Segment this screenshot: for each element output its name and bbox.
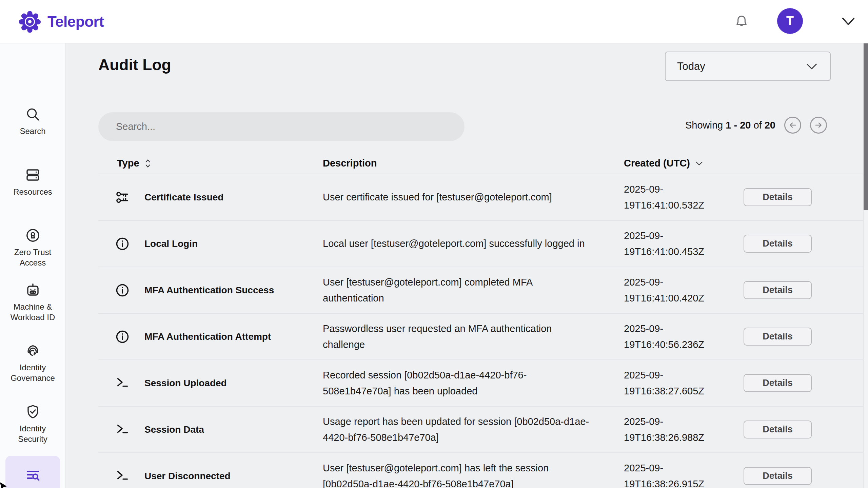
mouse-cursor [0,482,9,488]
sidebar-item-resources[interactable]: Resources [0,167,65,197]
notifications-bell-icon[interactable] [734,14,749,30]
event-description: Passwordless user requested an MFA authe… [323,321,591,353]
event-type-label: MFA Authentication Attempt [144,331,271,342]
details-button[interactable]: Details [744,467,812,485]
vertical-scrollbar[interactable] [863,43,868,488]
details-button[interactable]: Details [744,188,812,206]
table-row: Certificate Issued User certificate issu… [98,174,868,221]
certificate-keys-icon [115,190,130,205]
table-row: Local Login Local user [testuser@gotelep… [98,221,868,267]
column-header-description[interactable]: Description [323,158,624,169]
details-button[interactable]: Details [744,235,812,253]
date-range-select[interactable]: Today [665,52,831,81]
event-type-label: Session Data [144,424,204,435]
arrow-right-icon [814,120,823,130]
event-type-label: Certificate Issued [144,192,223,203]
user-avatar[interactable]: T [777,8,803,34]
event-created: 2025-09-19T16:38:26.915Z [624,460,721,488]
sort-icon [144,158,152,169]
details-button[interactable]: Details [744,281,812,299]
info-icon [115,282,130,298]
event-created: 2025-09-19T16:41:00.532Z [624,181,721,213]
teleport-logo[interactable]: Teleport [19,11,104,33]
brand-name: Teleport [47,13,104,30]
table-row: User Disconnected User [testuser@gotelep… [98,453,868,488]
audit-events-table: Type Description Created (UTC) [98,149,868,488]
chevron-down-icon [695,161,704,166]
event-created: 2025-09-19T16:38:27.605Z [624,367,721,399]
pagination-area: Showing 1 - 20 of 20 [685,113,827,138]
details-button[interactable]: Details [744,374,812,392]
keyhole-icon [25,227,41,243]
details-button[interactable]: Details [744,328,812,346]
robot-icon [25,282,41,298]
info-icon [115,236,130,252]
event-description: Recorded session [0b02d50a-d1ae-4420-bf7… [323,367,591,399]
sidebar-item-label: Audit [23,487,42,488]
table-row: Session Uploaded Recorded session [0b02d… [98,360,868,407]
event-created: 2025-09-19T16:38:26.988Z [624,414,721,446]
sidebar-item-label: Machine & Workload ID [7,301,58,323]
sidebar-item-label: Identity Governance [7,362,58,383]
arrow-left-icon [788,120,797,130]
sidebar-item-label: Search [20,126,45,136]
terminal-icon [115,375,130,391]
sidebar-item-identity-security[interactable]: Identity Security [0,404,65,444]
event-description: User certificate issued for [testuser@go… [323,189,591,205]
search-input[interactable] [98,112,465,141]
event-description: Local user [testuser@goteleport.com] suc… [323,236,591,252]
sidebar-nav: Search Resources Zero Trust Access [0,43,65,488]
event-created: 2025-09-19T16:41:00.420Z [624,274,721,306]
chevron-down-icon [806,63,818,70]
event-type-label: MFA Authentication Success [144,285,274,296]
sidebar-item-audit[interactable]: Audit [5,456,60,488]
event-type-label: Local Login [144,238,198,249]
search-icon [25,106,41,122]
details-button[interactable]: Details [744,421,812,438]
event-created: 2025-09-19T16:41:00.453Z [624,228,721,260]
event-description: User [testuser@goteleport.com] completed… [323,274,591,306]
column-header-created[interactable]: Created (UTC) [624,158,744,169]
sidebar-item-label: Resources [13,187,52,197]
sidebar-item-label: Identity Security [7,423,58,444]
main-content: Audit Log Today Showing 1 - 20 of 20 [66,43,863,488]
sidebar-item-identity-governance[interactable]: Identity Governance [0,343,65,383]
event-description: Usage report has been updated for sessio… [323,414,591,446]
fingerprint-icon [25,343,41,359]
event-type-label: User Disconnected [144,471,231,482]
table-row: Session Data Usage report has been updat… [98,407,868,453]
shield-check-icon [25,404,41,420]
page-title: Audit Log [98,56,171,74]
account-menu-chevron-down-icon[interactable] [841,16,856,26]
terminal-icon [115,422,130,437]
showing-count: Showing 1 - 20 of 20 [685,120,775,131]
date-range-value: Today [677,60,705,73]
sidebar-item-zero-trust-access[interactable]: Zero Trust Access [0,227,65,268]
teleport-gear-icon [19,11,41,33]
table-header: Type Description Created (UTC) [98,149,868,174]
event-created: 2025-09-19T16:40:56.236Z [624,321,721,353]
table-row: MFA Authentication Success User [testuse… [98,267,868,314]
terminal-icon [115,468,130,484]
event-description: User [testuser@goteleport.com] has left … [323,460,591,488]
prev-page-button[interactable] [784,117,801,134]
event-type-label: Session Uploaded [144,378,227,389]
servers-icon [25,167,41,183]
sidebar-item-search[interactable]: Search [0,106,65,136]
info-icon [115,329,130,345]
sidebar-item-label: Zero Trust Access [7,247,58,268]
scrollbar-thumb[interactable] [864,43,868,210]
top-bar: Teleport T [0,0,868,43]
column-header-type[interactable]: Type [98,158,323,169]
table-row: MFA Authentication Attempt Passwordless … [98,314,868,360]
next-page-button[interactable] [810,117,827,134]
audit-log-icon [25,468,41,484]
sidebar-item-machine-workload-id[interactable]: Machine & Workload ID [0,282,65,323]
